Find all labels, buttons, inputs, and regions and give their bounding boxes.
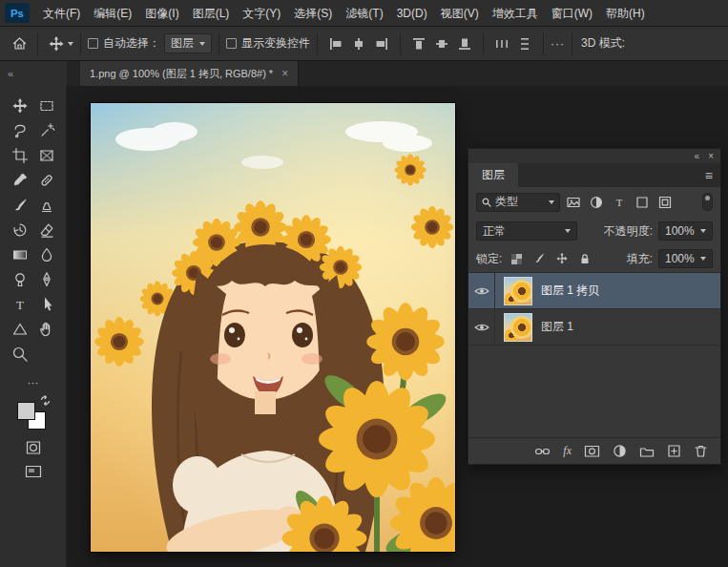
crop-tool[interactable]	[7, 143, 33, 168]
layer-name[interactable]: 图层 1	[541, 319, 573, 335]
eye-icon	[474, 286, 489, 296]
filter-shape-layers-icon[interactable]	[632, 193, 652, 212]
lasso-tool[interactable]	[7, 118, 33, 143]
close-panel-icon[interactable]: ×	[708, 152, 714, 161]
align-right-icon[interactable]	[370, 32, 393, 55]
swap-colors-icon[interactable]	[40, 395, 51, 406]
filter-type-dropdown[interactable]: 类型	[476, 193, 560, 212]
auto-select-checkbox[interactable]	[88, 38, 98, 49]
align-bottom-icon[interactable]	[453, 32, 476, 55]
collapse-toolbar-icon[interactable]: «	[8, 68, 13, 79]
panel-menu-icon[interactable]: ≡	[705, 168, 713, 183]
blur-tool[interactable]	[33, 242, 60, 267]
show-transform-checkbox[interactable]	[226, 38, 237, 49]
more-options-icon[interactable]: ···	[551, 37, 565, 51]
menu-filter[interactable]: 滤镜(T)	[339, 0, 389, 27]
close-tab-icon[interactable]: ×	[281, 67, 288, 80]
healing-brush-tool[interactable]	[33, 168, 60, 193]
opacity-dropdown[interactable]: 100%	[658, 221, 713, 241]
lock-all-icon[interactable]	[576, 250, 593, 267]
move-tool[interactable]	[7, 94, 33, 118]
menu-edit[interactable]: 编辑(E)	[87, 0, 138, 27]
shape-tool[interactable]	[7, 317, 33, 342]
distribute-horizontal-icon[interactable]	[490, 32, 513, 55]
menu-plugins[interactable]: 增效工具	[486, 0, 545, 27]
path-selection-tool[interactable]	[33, 292, 60, 317]
lock-image-pixels-icon[interactable]	[530, 250, 548, 267]
menu-select[interactable]: 选择(S)	[287, 0, 339, 27]
menu-bar: Ps 文件(F) 编辑(E) 图像(I) 图层(L) 文字(Y) 选择(S) 滤…	[0, 0, 728, 27]
clone-stamp-tool[interactable]	[33, 193, 60, 218]
history-brush-tool[interactable]	[7, 218, 33, 242]
foreground-color-swatch[interactable]	[17, 402, 35, 420]
lock-transparent-pixels-icon[interactable]	[508, 250, 525, 267]
gradient-tool[interactable]	[7, 242, 33, 267]
new-group-icon[interactable]	[639, 445, 655, 458]
quick-mask-icon[interactable]	[25, 439, 42, 456]
adjustment-layer-icon[interactable]	[613, 444, 627, 458]
auto-select-target-dropdown[interactable]: 图层	[164, 33, 212, 53]
fill-dropdown[interactable]: 100%	[658, 249, 713, 268]
rectangular-marquee-tool[interactable]	[33, 94, 60, 118]
menu-window[interactable]: 窗口(W)	[545, 0, 599, 27]
link-layers-icon[interactable]	[534, 444, 551, 459]
collapse-panel-icon[interactable]: «	[695, 152, 700, 161]
filter-adjustment-layers-icon[interactable]	[586, 193, 606, 212]
document-tab[interactable]: 1.png @ 100% (图层 1 拷贝, RGB/8#) * ×	[80, 61, 299, 86]
hand-tool[interactable]	[33, 317, 60, 342]
eraser-tool[interactable]	[33, 218, 60, 242]
menu-3d[interactable]: 3D(D)	[390, 0, 434, 27]
lock-position-icon[interactable]	[553, 250, 571, 267]
visibility-toggle[interactable]	[468, 273, 495, 308]
home-icon[interactable]	[8, 32, 31, 55]
filter-smart-objects-icon[interactable]	[655, 193, 675, 212]
add-layer-mask-icon[interactable]	[584, 444, 600, 458]
tab-layers[interactable]: 图层	[468, 163, 518, 187]
type-tool[interactable]: T	[7, 292, 33, 317]
layer-row-copy[interactable]: 图层 1 拷贝	[468, 273, 720, 309]
tool-preset-caret-icon[interactable]	[68, 42, 73, 46]
distribute-vertical-icon[interactable]	[513, 32, 536, 55]
menu-layer[interactable]: 图层(L)	[186, 0, 237, 27]
move-tool-preset-icon[interactable]	[45, 32, 68, 55]
visibility-toggle[interactable]	[468, 309, 495, 345]
layers-panel-footer: fx	[468, 437, 720, 464]
align-left-icon[interactable]	[324, 32, 347, 55]
align-center-horizontal-icon[interactable]	[347, 32, 370, 55]
new-layer-icon[interactable]	[667, 444, 681, 458]
document-canvas[interactable]	[91, 103, 455, 552]
menu-view[interactable]: 视图(V)	[434, 0, 486, 27]
svg-text:T: T	[16, 298, 24, 312]
menu-file[interactable]: 文件(F)	[36, 0, 87, 27]
layer-thumbnail[interactable]	[504, 313, 532, 342]
filter-pixel-layers-icon[interactable]	[563, 193, 583, 212]
blend-opacity-row: 正常 不透明度: 100%	[468, 217, 720, 245]
color-swatches[interactable]	[17, 398, 50, 430]
blend-mode-value: 正常	[483, 223, 506, 240]
zoom-tool[interactable]	[7, 342, 33, 367]
edit-toolbar-icon[interactable]: ···	[28, 376, 39, 389]
eye-icon	[474, 323, 489, 332]
delete-layer-icon[interactable]	[694, 444, 708, 458]
filter-toggle-icon[interactable]	[702, 193, 713, 211]
menu-type[interactable]: 文字(Y)	[236, 0, 287, 27]
layer-style-icon[interactable]: fx	[563, 444, 572, 458]
align-top-icon[interactable]	[407, 32, 430, 55]
brush-tool[interactable]	[7, 193, 33, 218]
frame-tool[interactable]	[33, 143, 60, 168]
lock-label: 锁定:	[476, 251, 502, 267]
menu-help[interactable]: 帮助(H)	[599, 0, 652, 27]
layer-thumbnail[interactable]	[504, 277, 532, 305]
dodge-tool[interactable]	[7, 267, 33, 292]
magic-wand-tool[interactable]	[33, 118, 60, 143]
layer-row-original[interactable]: 图层 1	[468, 309, 720, 346]
eyedropper-tool[interactable]	[7, 168, 33, 193]
3d-mode-label: 3D 模式:	[581, 35, 625, 52]
menu-image[interactable]: 图像(I)	[138, 0, 185, 27]
blend-mode-dropdown[interactable]: 正常	[476, 221, 577, 241]
filter-type-layers-icon[interactable]: T	[609, 193, 629, 212]
pen-tool[interactable]	[33, 267, 60, 292]
align-center-vertical-icon[interactable]	[430, 32, 453, 55]
layer-name[interactable]: 图层 1 拷贝	[541, 283, 599, 299]
screen-mode-icon[interactable]	[25, 465, 42, 478]
